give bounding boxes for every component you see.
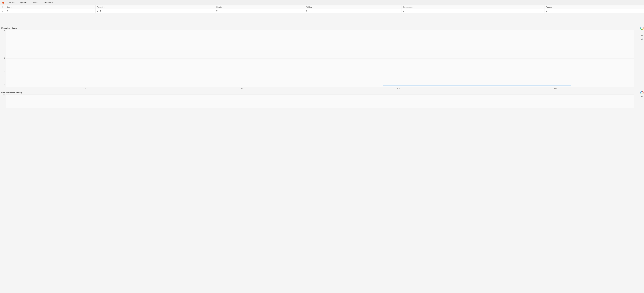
executing-history-chart: [6, 30, 634, 88]
cell-waiting: 0: [304, 9, 402, 13]
cell-serving: 3: [544, 9, 644, 13]
nav-status[interactable]: Status: [7, 1, 17, 4]
nav-system[interactable]: System: [18, 1, 29, 4]
cell-connections: 0: [402, 9, 545, 13]
communication-history-section: Communication History 50: [0, 91, 644, 108]
x-label-25s: 25s: [240, 88, 243, 90]
app-logo: [1, 1, 5, 4]
cell-ready: 0: [215, 9, 304, 13]
x-label-35s: 35s: [554, 88, 557, 90]
navbar: Status System Profile Crossfilter: [0, 0, 644, 6]
y-label-4: 4: [4, 30, 5, 32]
executing-history-title: Executing History: [1, 27, 634, 29]
comm-y-label-50: 50: [3, 94, 5, 96]
communication-history-icons: ↔: [640, 91, 644, 98]
col-header-ready: Ready: [215, 6, 304, 9]
col-header-executing: Executing: [96, 6, 215, 9]
refresh-icon-1[interactable]: ↺: [640, 38, 644, 41]
cell-id: 0: [0, 9, 5, 13]
cell-executing: 0 / 4: [96, 9, 215, 13]
executing-history-section: Executing History 4 3 2 1 0: [0, 26, 644, 90]
y-label-0: 0: [4, 84, 5, 86]
communication-history-title: Communication History: [1, 92, 634, 94]
table-row: 0 0 0 / 4 0 0 0 3: [0, 9, 644, 13]
y-label-1: 1: [4, 71, 5, 73]
nav-profile[interactable]: Profile: [30, 1, 40, 4]
col-header-stored: Stored: [5, 6, 96, 9]
x-label-30s: 30s: [397, 88, 400, 90]
status-table: # Stored Executing Ready Waiting Connect…: [0, 6, 644, 13]
col-header-serving: Serving: [544, 6, 644, 9]
color-wheel-icon-2[interactable]: [640, 91, 644, 94]
nav-crossfilter[interactable]: Crossfilter: [41, 1, 55, 4]
x-label-20s: 20s: [83, 88, 86, 90]
expand-icon-1[interactable]: ↔: [640, 30, 644, 34]
y-label-2: 2: [4, 57, 5, 59]
communication-history-chart: [6, 94, 634, 108]
col-header-num: #: [0, 6, 5, 9]
y-label-3: 3: [4, 44, 5, 46]
settings-icon-1[interactable]: ⚙: [640, 34, 644, 37]
col-header-waiting: Waiting: [304, 6, 402, 9]
executing-history-icons: ↔ ⚙ ↺: [640, 26, 644, 41]
cell-stored: 0: [5, 9, 96, 13]
col-header-connections: Connections: [402, 6, 545, 9]
expand-icon-2[interactable]: ↔: [640, 95, 644, 98]
color-wheel-icon-1[interactable]: [640, 26, 644, 30]
